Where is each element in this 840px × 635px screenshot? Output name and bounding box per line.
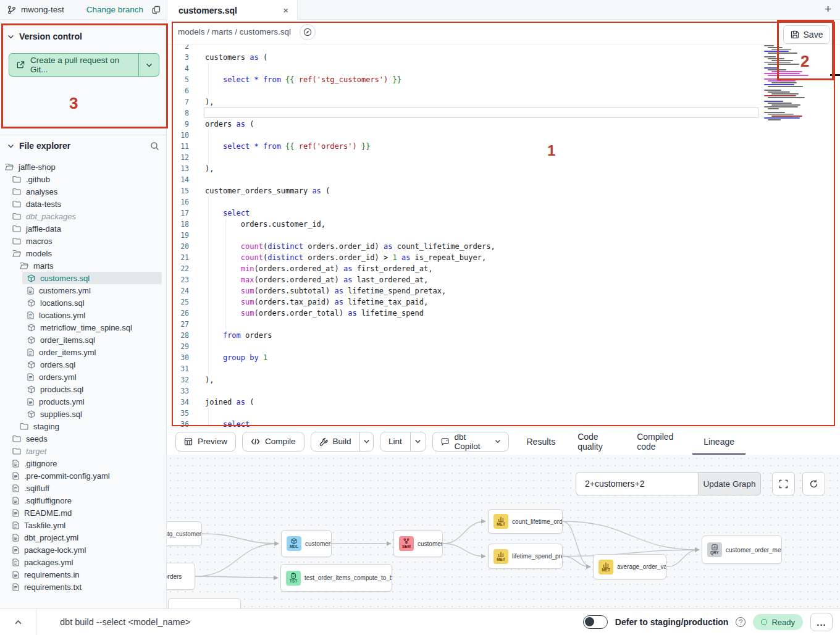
build-dropdown-chevron[interactable] — [359, 432, 373, 451]
code-line-18[interactable]: 18 orders.customer_id, — [167, 219, 840, 230]
file-tree-item-customers-yml[interactable]: customers.yml — [0, 284, 167, 296]
code-line-35[interactable]: 35 — [167, 408, 840, 419]
defer-toggle[interactable] — [583, 615, 608, 629]
code-line-4[interactable]: 4 — [167, 63, 840, 74]
code-line-34[interactable]: 34joined as ( — [167, 397, 840, 408]
code-line-15[interactable]: 15customer_orders_summary as ( — [167, 185, 840, 196]
code-line-17[interactable]: 17 select — [167, 208, 840, 219]
code-line-10[interactable]: 10 — [167, 130, 840, 141]
pr-dropdown-chevron[interactable] — [138, 54, 159, 76]
lineage-node-customers_sem[interactable]: SEMcustomers — [393, 530, 443, 557]
code-line-32[interactable]: 32), — [167, 374, 840, 385]
dbt-copilot-button[interactable]: dbt Copilot — [432, 432, 509, 452]
code-line-16[interactable]: 16 — [167, 196, 840, 208]
code-line-3[interactable]: 3customers as ( — [167, 52, 840, 63]
lineage-node-orders[interactable]: orders — [167, 563, 195, 590]
lineage-node-test_order_items[interactable]: TSTtest_order_items_compute_to_bools... — [280, 564, 392, 592]
tab-results[interactable]: Results — [515, 428, 566, 455]
code-line-9[interactable]: 9orders as ( — [167, 119, 840, 130]
version-control-header[interactable]: Version control — [0, 30, 166, 43]
lineage-node-average_order_value[interactable]: METaverage_order_value — [593, 554, 666, 579]
lineage-node-partial_node[interactable] — [168, 598, 241, 608]
minimap[interactable] — [764, 45, 811, 127]
code-line-5[interactable]: 5 select * from {{ ref('stg_customers') … — [167, 74, 840, 85]
lineage-node-stg_customers[interactable]: stg_customers — [167, 521, 202, 546]
lineage-node-lifetime_spend_pretax[interactable]: METlifetime_spend_pretax — [488, 544, 563, 569]
code-line-27[interactable]: 27 — [167, 319, 840, 330]
file-tree-item-dbt-project-yml[interactable]: dbt_project.yml — [0, 531, 167, 544]
tab-close-icon[interactable]: × — [283, 6, 288, 15]
file-tree-item-supplies-sql[interactable]: supplies.sql — [0, 408, 167, 420]
fullscreen-button[interactable] — [772, 472, 795, 495]
file-tree-item-seeds[interactable]: seeds — [0, 432, 167, 445]
code-line-6[interactable]: 6 — [167, 85, 840, 96]
new-tab-button[interactable]: + — [825, 2, 831, 16]
more-options-button[interactable]: ... — [810, 613, 833, 631]
code-line-8[interactable]: 8 — [167, 107, 840, 119]
file-tree-item-locations-yml[interactable]: locations.yml — [0, 309, 167, 321]
file-tree-item-orders-sql[interactable]: orders.sql — [0, 358, 167, 371]
code-line-12[interactable]: 12 — [167, 152, 840, 163]
code-line-30[interactable]: 30 group by 1 — [167, 352, 840, 363]
file-tree-item--pre-commit-config-yaml[interactable]: .pre-commit-config.yaml — [0, 469, 167, 482]
create-pull-request-main[interactable]: Create a pull request on Git... — [9, 54, 138, 76]
refresh-button[interactable] — [802, 472, 825, 495]
search-icon[interactable] — [150, 141, 159, 151]
file-tree-item-dbt-packages[interactable]: dbt_packages — [0, 210, 167, 222]
code-line-26[interactable]: 26 sum(orders.order_total) as lifetime_s… — [167, 308, 840, 319]
code-area[interactable]: 23customers as (45 select * from {{ ref(… — [167, 41, 840, 427]
tab-code-quality[interactable]: Code quality — [566, 428, 626, 455]
file-tree-item-jaffle-shop[interactable]: jaffle-shop — [0, 161, 167, 173]
code-line-29[interactable]: 29 — [167, 341, 840, 352]
file-tree-item-customers-sql[interactable]: customers.sql — [0, 272, 167, 284]
file-tree-item--sqlfluff[interactable]: .sqlfluff — [0, 482, 167, 494]
compass-icon[interactable] — [300, 24, 316, 40]
code-line-19[interactable]: 19 — [167, 230, 840, 241]
code-line-21[interactable]: 21 count(distinct orders.order_id) > 1 a… — [167, 252, 840, 263]
help-icon[interactable]: ? — [736, 617, 746, 627]
code-line-36[interactable]: 36 select — [167, 419, 840, 427]
tab-customers-sql[interactable]: customers.sql × — [167, 0, 298, 20]
code-line-25[interactable]: 25 sum(orders.tax_paid) as lifetime_tax_… — [167, 296, 840, 308]
file-tree-item-data-tests[interactable]: data-tests — [0, 198, 167, 210]
code-line-7[interactable]: 7), — [167, 96, 840, 107]
file-tree-item-orders-yml[interactable]: orders.yml — [0, 371, 167, 383]
file-tree-item-packages-yml[interactable]: packages.yml — [0, 556, 167, 568]
file-explorer-header[interactable]: File explorer — [0, 139, 167, 153]
lineage-node-customers_mdl[interactable]: MDLcustomers — [281, 530, 332, 557]
file-tree-item-products-sql[interactable]: products.sql — [0, 383, 167, 395]
code-line-14[interactable]: 14 — [167, 174, 840, 185]
file-tree-item--gitignore[interactable]: .gitignore — [0, 457, 167, 469]
file-tree-item-analyses[interactable]: analyses — [0, 185, 167, 198]
code-line-28[interactable]: 28 from orders — [167, 330, 840, 341]
file-tree-item-order-items-yml[interactable]: order_items.yml — [0, 346, 167, 358]
file-tree-item-requirements-txt[interactable]: requirements.txt — [0, 581, 167, 593]
code-line-11[interactable]: 11 select * from {{ ref('orders') }} — [167, 141, 840, 152]
file-tree-item-marts[interactable]: marts — [0, 259, 167, 272]
file-tree-item--sqlfluffignore[interactable]: .sqlfluffignore — [0, 494, 167, 507]
file-tree-item-target[interactable]: target — [0, 445, 167, 457]
file-tree-item-order-items-sql[interactable]: order_items.sql — [0, 334, 167, 346]
tab-lineage[interactable]: Lineage — [692, 428, 746, 455]
code-line-31[interactable]: 31 — [167, 363, 840, 374]
code-line-20[interactable]: 20 count(distinct orders.order_id) as co… — [167, 241, 840, 252]
update-graph-button[interactable]: Update Graph — [698, 472, 761, 495]
file-tree-item-taskfile-yml[interactable]: Taskfile.yml — [0, 519, 167, 531]
change-branch-link[interactable]: Change branch — [86, 5, 143, 14]
file-tree-item-package-lock-yml[interactable]: package-lock.yml — [0, 544, 167, 556]
code-line-22[interactable]: 22 min(orders.ordered_at) as first_order… — [167, 263, 840, 274]
copy-icon[interactable] — [152, 6, 161, 14]
create-pull-request-button[interactable]: Create a pull request on Git... — [9, 53, 159, 77]
compile-button[interactable]: Compile — [242, 432, 304, 452]
lineage-node-customer_order_metrics[interactable]: QRYcustomer_order_metrics — [702, 536, 782, 564]
lineage-node-count_lifetime_orders[interactable]: METcount_lifetime_orders — [488, 509, 563, 534]
code-line-33[interactable]: 33 — [167, 385, 840, 397]
chevron-up-icon[interactable] — [0, 618, 36, 626]
tab-compiled-code[interactable]: Compiled code — [626, 428, 692, 455]
file-tree-item-readme-md[interactable]: README.md — [0, 507, 167, 519]
code-line-23[interactable]: 23 max(orders.ordered_at) as last_ordere… — [167, 274, 840, 285]
lineage-selector-input[interactable]: 2+customers+2 — [576, 472, 698, 495]
file-tree-item--github[interactable]: .github — [0, 173, 167, 185]
file-tree-item-models[interactable]: models — [0, 247, 167, 259]
lint-dropdown-chevron[interactable] — [410, 432, 426, 451]
